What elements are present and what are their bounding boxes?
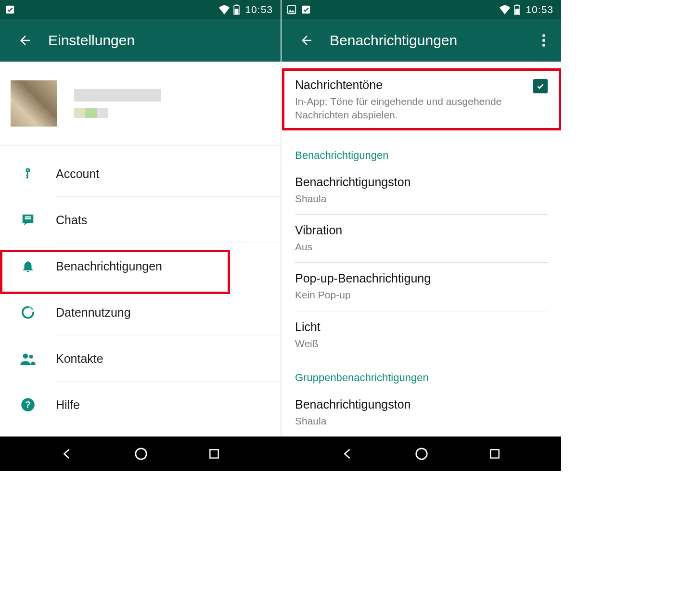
notification-setting-row[interactable]: Pop-up-BenachrichtigungKein Pop-up [282, 263, 561, 310]
profile-name-blurred [74, 89, 161, 102]
nav-home-button[interactable] [134, 447, 148, 461]
row-subtitle: In-App: Töne für eingehende und ausgehen… [295, 95, 523, 122]
back-button[interactable] [298, 33, 315, 48]
settings-item-contacts[interactable]: Kontakte [0, 335, 281, 382]
notifications-screen: 10:53 Benachrichtigungen Nachrichtentöne… [281, 0, 561, 436]
status-bar: 10:53 [282, 0, 561, 19]
android-nav-bar [0, 436, 561, 471]
row-title: Benachrichtigungston [295, 175, 548, 189]
svg-point-16 [135, 449, 146, 460]
svg-rect-3 [235, 9, 239, 14]
checkbox-status-icon [301, 4, 311, 15]
notification-setting-row[interactable]: LichtWeiß [282, 311, 561, 359]
row-title: Pop-up-Benachrichtigung [295, 271, 548, 285]
status-clock: 10:53 [245, 4, 273, 15]
profile-row[interactable] [0, 62, 281, 146]
svg-point-5 [29, 355, 33, 359]
battery-icon [233, 4, 240, 15]
svg-rect-11 [516, 5, 518, 6]
svg-point-4 [23, 354, 28, 359]
nav-home-button[interactable] [414, 447, 429, 461]
svg-rect-2 [235, 5, 238, 6]
checkbox-status-icon [5, 4, 15, 15]
chat-icon [0, 213, 56, 227]
status-bar: 10:53 [0, 0, 281, 19]
svg-point-18 [416, 449, 427, 460]
conversation-tones-checkbox[interactable] [533, 79, 548, 93]
row-subtitle: Weiß [295, 337, 548, 350]
app-bar: Einstellungen [0, 19, 281, 62]
notification-setting-row[interactable]: BenachrichtigungstonShaula [282, 389, 561, 436]
back-button[interactable] [16, 33, 34, 48]
page-title: Benachrichtigungen [330, 32, 457, 49]
settings-menu-list: AccountChatsBenachrichtigungenDatennutzu… [0, 146, 281, 428]
bell-icon [0, 259, 56, 273]
row-title: Nachrichtentöne [295, 78, 523, 92]
app-bar: Benachrichtigungen [282, 19, 561, 62]
svg-text:?: ? [25, 399, 30, 410]
notification-setting-row[interactable]: VibrationAus [282, 215, 561, 262]
section-header: Benachrichtigungen [282, 137, 561, 167]
svg-rect-12 [515, 9, 519, 14]
wifi-icon [499, 5, 511, 14]
status-clock: 10:53 [526, 4, 553, 15]
nav-back-button[interactable] [341, 447, 354, 461]
settings-item-label: Hilfe [56, 398, 80, 412]
settings-item-chats[interactable]: Chats [0, 197, 281, 243]
nav-recents-button[interactable] [488, 448, 501, 460]
contacts-icon [0, 352, 56, 365]
settings-item-label: Account [56, 167, 99, 181]
nav-recents-button[interactable] [208, 448, 220, 460]
battery-icon [513, 4, 521, 15]
row-subtitle: Shaula [295, 414, 548, 428]
svg-rect-19 [491, 450, 499, 458]
row-subtitle: Aus [295, 240, 548, 254]
wifi-icon [218, 5, 230, 14]
row-subtitle: Kein Pop-up [295, 288, 548, 302]
settings-item-notif[interactable]: Benachrichtigungen [0, 243, 281, 289]
profile-status-blurred [74, 108, 108, 118]
avatar [11, 80, 57, 127]
overflow-menu-button[interactable] [537, 31, 551, 50]
svg-point-14 [542, 39, 545, 42]
settings-item-help[interactable]: ?Hilfe [0, 382, 281, 428]
svg-point-13 [542, 34, 545, 37]
svg-point-15 [542, 44, 545, 47]
image-status-icon [286, 4, 297, 15]
nav-back-button[interactable] [60, 447, 74, 461]
key-icon [0, 167, 56, 180]
row-title: Benachrichtigungston [295, 398, 548, 411]
page-title: Einstellungen [48, 32, 135, 49]
settings-screen: 10:53 Einstellungen AccountChatsBenachri… [0, 0, 281, 436]
notification-setting-row[interactable]: BenachrichtigungstonShaula [282, 167, 561, 214]
settings-item-data[interactable]: Datennutzung [0, 289, 281, 335]
settings-item-label: Datennutzung [56, 306, 131, 320]
settings-item-label: Kontakte [56, 352, 103, 366]
svg-rect-8 [288, 6, 296, 14]
row-title: Vibration [295, 223, 548, 237]
section-header: Gruppenbenachrichtigungen [282, 359, 561, 389]
help-icon: ? [0, 398, 56, 412]
row-title: Licht [295, 320, 548, 334]
svg-rect-17 [210, 450, 218, 458]
donut-icon [0, 305, 56, 320]
conversation-tones-row[interactable]: Nachrichtentöne In-App: Töne für eingehe… [282, 62, 561, 137]
settings-item-label: Benachrichtigungen [56, 259, 162, 273]
row-subtitle: Shaula [295, 192, 548, 205]
settings-item-account[interactable]: Account [0, 151, 281, 197]
settings-item-label: Chats [56, 213, 87, 227]
